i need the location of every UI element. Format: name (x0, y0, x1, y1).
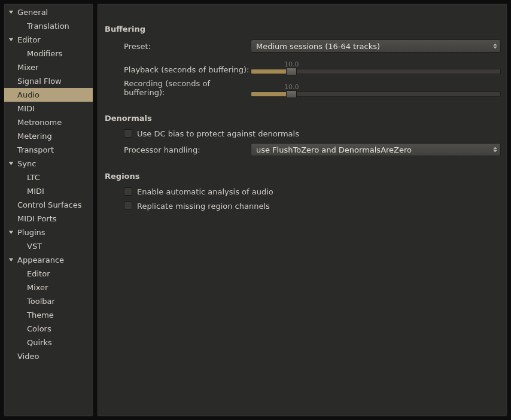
row-replicate-channels: Replicate missing region channels (105, 199, 501, 213)
sidebar-item-label: Sync (16, 159, 36, 168)
sidebar-item-metering[interactable]: Metering (4, 129, 93, 143)
sidebar-item-label: Control Surfaces (16, 200, 81, 209)
replicate-channels-checkbox[interactable] (124, 202, 132, 210)
playback-buffering-slider[interactable] (251, 69, 501, 74)
sidebar-item-label: Theme (26, 311, 54, 319)
sidebar-item-theme[interactable]: Theme (4, 308, 93, 322)
preset-dropdown[interactable]: Medium sessions (16-64 tracks) (251, 39, 501, 53)
sidebar-item-translation[interactable]: Translation (4, 19, 93, 33)
processor-handling-value: use FlushToZero and DenormalsAreZero (256, 145, 412, 154)
sidebar-item-label: Translation (26, 22, 69, 31)
sidebar-item-control-surfaces[interactable]: Control Surfaces (4, 198, 93, 212)
section-title-denormals: Denormals (105, 114, 501, 123)
chevron-updown-icon (492, 147, 497, 153)
sidebar-item-label: Mixer (26, 283, 48, 292)
sidebar-item-label: Video (16, 352, 39, 361)
preferences-sidebar[interactable]: GeneralTranslationEditorModifiersMixerSi… (4, 4, 93, 416)
sidebar-item-editor[interactable]: Editor (4, 33, 93, 47)
sidebar-item-metronome[interactable]: Metronome (4, 115, 93, 129)
label-playback-buffering: Playback (seconds of buffering): (105, 65, 251, 74)
sidebar-item-label: Transport (16, 145, 54, 154)
playback-buffering-value: 10.0 (284, 61, 501, 68)
processor-handling-dropdown[interactable]: use FlushToZero and DenormalsAreZero (251, 143, 501, 156)
preferences-content: Buffering Preset: Medium sessions (16-64… (97, 4, 507, 416)
sidebar-item-general[interactable]: General (4, 5, 93, 19)
sidebar-item-label: Toolbar (26, 297, 55, 306)
sidebar-item-label: MIDI (26, 187, 44, 196)
expander-icon[interactable] (7, 8, 15, 17)
preferences-window: GeneralTranslationEditorModifiersMixerSi… (0, 0, 511, 420)
auto-analysis-label: Enable automatic analysis of audio (137, 187, 273, 196)
sidebar-item-midi[interactable]: MIDI (4, 102, 93, 115)
sidebar-item-label: VST (26, 242, 42, 251)
sidebar-item-quirks[interactable]: Quirks (4, 336, 93, 349)
sidebar-item-label: General (16, 8, 48, 17)
expander-icon[interactable] (7, 160, 15, 168)
sidebar-item-appearance[interactable]: Appearance (4, 253, 93, 267)
sidebar-item-audio[interactable]: Audio (4, 88, 93, 102)
replicate-channels-label: Replicate missing region channels (137, 202, 270, 211)
label-preset: Preset: (105, 42, 251, 51)
preset-value: Medium sessions (16-64 tracks) (256, 42, 380, 51)
sidebar-item-mixer[interactable]: Mixer (4, 60, 93, 74)
sidebar-item-label: Appearance (16, 255, 64, 264)
chevron-updown-icon (492, 44, 497, 49)
sidebar-item-plugins[interactable]: Plugins (4, 226, 93, 239)
recording-buffering-slider[interactable] (251, 92, 501, 97)
sidebar-item-midi-ports[interactable]: MIDI Ports (4, 212, 93, 226)
recording-buffering-value: 10.0 (284, 84, 501, 91)
sidebar-item-label: Mixer (16, 63, 38, 72)
sidebar-item-label: MIDI (16, 104, 35, 113)
label-recording-buffering: Recording (seconds of buffering): (105, 79, 251, 97)
row-processor-handling: Processor handling: use FlushToZero and … (105, 141, 501, 159)
expander-icon[interactable] (7, 36, 15, 44)
sidebar-item-sync[interactable]: Sync (4, 157, 93, 171)
sidebar-item-label: Quirks (26, 338, 52, 347)
sidebar-item-label: Editor (26, 269, 50, 278)
sidebar-item-toolbar[interactable]: Toolbar (4, 294, 93, 308)
sidebar-item-midi[interactable]: MIDI (4, 184, 93, 198)
sidebar-item-mixer[interactable]: Mixer (4, 281, 93, 294)
row-recording-buffering: Recording (seconds of buffering): 10.0 (105, 78, 501, 101)
row-dc-bias: Use DC bias to protect against denormals (105, 126, 501, 141)
sidebar-item-transport[interactable]: Transport (4, 143, 93, 157)
slider-thumb[interactable] (286, 90, 297, 98)
sidebar-item-label: Editor (16, 35, 40, 44)
dc-bias-label: Use DC bias to protect against denormals (137, 129, 299, 138)
sidebar-item-label: Plugins (16, 228, 45, 237)
sidebar-item-label: LTC (26, 173, 40, 182)
sidebar-item-colors[interactable]: Colors (4, 322, 93, 336)
sidebar-item-modifiers[interactable]: Modifiers (4, 47, 93, 60)
section-title-regions: Regions (105, 172, 501, 181)
sidebar-item-vst[interactable]: VST (4, 239, 93, 253)
sidebar-item-label: Audio (16, 90, 39, 99)
expander-icon[interactable] (7, 229, 15, 237)
sidebar-item-label: Metronome (16, 118, 62, 127)
row-preset: Preset: Medium sessions (16-64 tracks) (105, 37, 501, 55)
dc-bias-checkbox[interactable] (124, 129, 132, 138)
sidebar-item-label: Signal Flow (16, 77, 62, 86)
auto-analysis-checkbox[interactable] (124, 187, 132, 196)
sidebar-item-video[interactable]: Video (4, 349, 93, 363)
sidebar-item-ltc[interactable]: LTC (4, 171, 93, 184)
sidebar-item-signal-flow[interactable]: Signal Flow (4, 74, 93, 88)
sidebar-item-label: Colors (26, 324, 51, 333)
row-auto-analysis: Enable automatic analysis of audio (105, 184, 501, 199)
sidebar-item-label: Metering (16, 132, 52, 141)
sidebar-item-label: MIDI Ports (16, 214, 57, 223)
sidebar-item-label: Modifiers (26, 49, 62, 58)
row-playback-buffering: Playback (seconds of buffering): 10.0 (105, 55, 501, 78)
slider-thumb[interactable] (286, 68, 297, 75)
expander-icon[interactable] (7, 256, 15, 264)
section-title-buffering: Buffering (105, 25, 501, 34)
label-processor-handling: Processor handling: (105, 145, 251, 154)
sidebar-item-editor[interactable]: Editor (4, 267, 93, 281)
